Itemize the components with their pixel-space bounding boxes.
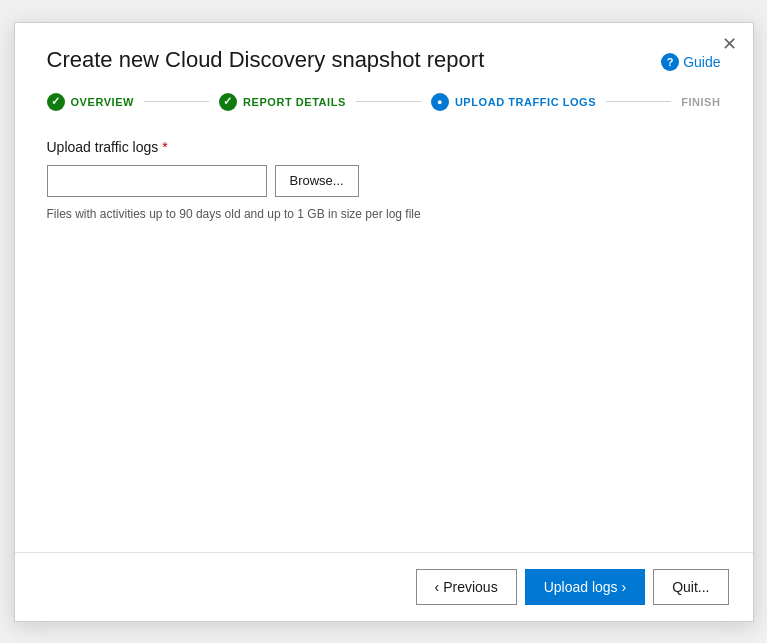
step-upload-traffic-logs: ● UPLOAD TRAFFIC LOGS [431,93,596,111]
browse-button[interactable]: Browse... [275,165,359,197]
step-line-3 [606,101,671,102]
dialog-body: Upload traffic logs * Browse... Files wi… [15,111,753,552]
step-finish: FINISH [681,96,720,108]
step-overview-label: OVERVIEW [71,96,135,108]
step-report-details: ✓ REPORT DETAILS [219,93,346,111]
dialog: ✕ Create new Cloud Discovery snapshot re… [14,22,754,622]
guide-label: Guide [683,54,720,70]
question-icon: ? [661,53,679,71]
step-upload-icon: ● [431,93,449,111]
upload-logs-button[interactable]: Upload logs › [525,569,646,605]
step-overview-icon: ✓ [47,93,65,111]
step-upload-label: UPLOAD TRAFFIC LOGS [455,96,596,108]
step-line-2 [356,101,421,102]
file-path-input[interactable] [47,165,267,197]
guide-link[interactable]: ? Guide [661,53,720,71]
stepper: ✓ OVERVIEW ✓ REPORT DETAILS ● UPLOAD TRA… [15,73,753,111]
dialog-header: Create new Cloud Discovery snapshot repo… [15,23,753,73]
quit-button[interactable]: Quit... [653,569,728,605]
step-report-details-label: REPORT DETAILS [243,96,346,108]
close-button[interactable]: ✕ [722,35,737,53]
file-hint: Files with activities up to 90 days old … [47,207,721,221]
step-line-1 [144,101,209,102]
upload-field-label: Upload traffic logs * [47,139,721,155]
page-title: Create new Cloud Discovery snapshot repo… [47,47,485,73]
step-overview: ✓ OVERVIEW [47,93,135,111]
file-input-row: Browse... [47,165,721,197]
previous-button[interactable]: ‹ Previous [416,569,517,605]
step-report-details-icon: ✓ [219,93,237,111]
step-finish-label: FINISH [681,96,720,108]
dialog-footer: ‹ Previous Upload logs › Quit... [15,552,753,621]
